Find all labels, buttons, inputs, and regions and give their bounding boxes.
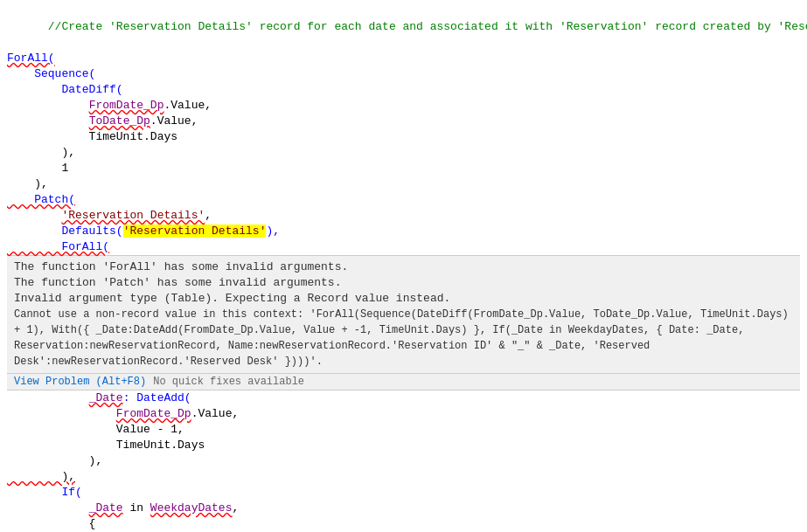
line-8: 1 [7,161,800,176]
line-14: _Date: DateAdd( [7,390,800,406]
line-17: TimeUnit.Days [7,438,800,453]
error-line-1: The function 'ForAll' has some invalid a… [14,259,793,275]
error-line-2: The function 'Patch' has some invalid ar… [14,275,793,291]
view-problem-link[interactable]: View Problem (Alt+F8) [14,376,146,388]
line-16: Value - 1, [7,422,800,438]
comment-line: //Create 'Reservation Details' record fo… [7,3,800,51]
view-problem-bar: View Problem (Alt+F8) No quick fixes ava… [7,373,800,390]
no-fixes-label: No quick fixes available [153,376,304,388]
line-12: Defaults('Reservation Details'), [7,224,800,239]
line-18: ), [7,453,800,469]
error-section: The function 'ForAll' has some invalid a… [7,255,800,373]
line-9: ), [7,176,800,192]
line-7: ), [7,145,800,161]
line-20: If( [7,485,800,501]
line-3: DateDiff( [7,82,800,98]
line-21: _Date in WeekdayDates, [7,501,800,516]
line-11: 'Reservation Details', [7,208,800,224]
error-line-3: Invalid argument type (Table). Expecting… [14,291,793,307]
editor-container: //Create 'Reservation Details' record fo… [0,0,807,532]
error-line-long: Cannot use a non-record value in this co… [14,307,793,370]
comment-text: //Create 'Reservation Details' record fo… [48,20,807,33]
line-1: ForAll( [7,51,800,66]
line-2: Sequence( [7,66,800,82]
line-15: FromDate_Dp.Value, [7,406,800,422]
line-10: Patch( [7,192,800,208]
line-19: ), [7,469,800,485]
line-22: { [7,516,800,532]
code-area[interactable]: //Create 'Reservation Details' record fo… [0,0,807,532]
line-13: ForAll( [7,239,800,255]
line-4: FromDate_Dp.Value, [7,98,800,114]
line-6: TimeUnit.Days [7,129,800,145]
line-5: ToDate_Dp.Value, [7,114,800,129]
